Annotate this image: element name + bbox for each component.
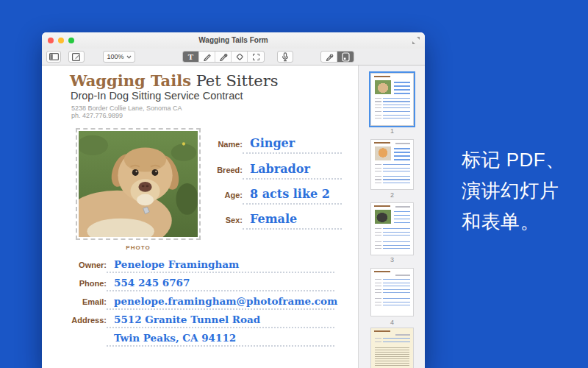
minimize-button[interactable]: [58, 38, 64, 43]
microphone-button[interactable]: [277, 51, 293, 63]
business-phone: ph. 427.776.9899: [71, 112, 123, 119]
brand-name: Wagging Tails: [70, 71, 191, 90]
annotation-tools: T: [182, 51, 265, 63]
pen-icon: [219, 52, 228, 61]
page-number-2: 2: [359, 191, 425, 199]
photo-label: PHOTO: [76, 244, 201, 251]
view-tools: [320, 51, 354, 63]
field-label: Email:: [62, 297, 107, 306]
app-window: Wagging Tails Form 100%: [42, 32, 425, 368]
business-address: 5238 Border Collie Lane, Sonoma CA: [71, 105, 182, 112]
sidebar-toggle-button[interactable]: [46, 51, 61, 63]
pen-tool-button[interactable]: [215, 52, 232, 62]
field-value[interactable]: Female: [243, 212, 342, 230]
field-address-line1[interactable]: Address: 5512 Granite Tunnel Road: [62, 314, 334, 328]
page-thumbnail-5[interactable]: [371, 328, 413, 368]
marker-icon: [325, 52, 334, 61]
pencil-tool-button[interactable]: [199, 52, 215, 62]
field-value[interactable]: 8 acts like 2: [243, 187, 342, 205]
zoom-dropdown[interactable]: 100%: [103, 51, 135, 63]
chevron-down-icon: [126, 55, 132, 59]
page-number-4: 4: [359, 319, 425, 326]
field-value[interactable]: Labrador: [243, 162, 342, 180]
field-sex[interactable]: Sex: Female: [198, 212, 342, 230]
field-name[interactable]: Name: Ginger: [198, 136, 342, 154]
pencil-icon: [203, 52, 212, 61]
traffic-lights: [48, 38, 74, 43]
zoom-level: 100%: [107, 53, 123, 60]
compose-icon: [72, 52, 81, 61]
field-age[interactable]: Age: 8 acts like 2: [198, 187, 342, 205]
field-value[interactable]: Twin Peaks, CA 94112: [107, 332, 334, 347]
microphone-icon: [282, 52, 289, 62]
brand-suffix: Pet Sitters: [191, 72, 279, 90]
caption-line-3: 和表单。: [462, 206, 565, 237]
selection-tool-button[interactable]: [248, 52, 264, 62]
marker-tool-button[interactable]: [321, 52, 337, 62]
caption-line-1: 标记 PDF、: [462, 144, 565, 175]
document-subtitle: Drop-In Dog Sitting Service Contract: [71, 90, 243, 102]
window-titlebar: Wagging Tails Form: [42, 32, 425, 49]
page-thumbnail-2[interactable]: [371, 140, 413, 189]
page-view-button[interactable]: [337, 52, 354, 62]
eraser-icon: [235, 52, 244, 61]
zoom-window-button[interactable]: [68, 38, 74, 43]
page-thumbnail-1[interactable]: [371, 74, 413, 125]
page-view-icon: [342, 52, 350, 62]
field-label: Phone:: [62, 279, 107, 288]
field-label: Age:: [198, 191, 243, 199]
field-label: Address:: [62, 316, 107, 325]
field-value[interactable]: Penelope Framingham: [107, 258, 334, 273]
dog-photo: [79, 131, 198, 237]
field-value[interactable]: Ginger: [243, 136, 342, 154]
field-value[interactable]: penelope.framingham@photoframe.com: [107, 295, 334, 310]
fullscreen-icon[interactable]: [412, 36, 420, 45]
page-thumbnail-4[interactable]: [371, 269, 413, 316]
toolbar: 100% T: [42, 49, 425, 66]
document-page[interactable]: Wagging Tails Pet Sitters Drop-In Dog Si…: [42, 66, 358, 368]
page-number-1: 1: [359, 127, 425, 135]
field-label: Sex:: [198, 216, 243, 224]
field-value[interactable]: 5512 Granite Tunnel Road: [107, 314, 334, 328]
caption-line-2: 演讲幻灯片: [462, 175, 565, 206]
close-button[interactable]: [48, 38, 54, 43]
field-value[interactable]: 554 245 6767: [107, 277, 334, 291]
document-brand-title: Wagging Tails Pet Sitters: [70, 71, 279, 90]
field-owner[interactable]: Owner: Penelope Framingham: [62, 258, 334, 273]
field-phone[interactable]: Phone: 554 245 6767: [62, 277, 334, 291]
marketing-caption: 标记 PDF、 演讲幻灯片 和表单。: [462, 144, 565, 237]
compose-button[interactable]: [68, 51, 85, 63]
sidebar-toggle-icon: [49, 53, 59, 60]
selection-icon: [253, 54, 259, 60]
field-breed[interactable]: Breed: Labrador: [198, 162, 342, 180]
text-tool-button[interactable]: T: [183, 52, 199, 62]
field-label: Breed:: [198, 166, 243, 174]
window-title: Wagging Tails Form: [42, 32, 425, 49]
text-tool-icon: T: [188, 52, 193, 61]
thumbnail-sidebar: 1 2: [358, 66, 425, 368]
page-thumbnail-3[interactable]: [371, 203, 413, 255]
field-label: Owner:: [62, 261, 107, 269]
field-email[interactable]: Email: penelope.framingham@photoframe.co…: [62, 295, 334, 310]
field-address-line2[interactable]: Twin Peaks, CA 94112: [62, 332, 334, 347]
eraser-tool-button[interactable]: [232, 52, 248, 62]
page-number-3: 3: [359, 256, 425, 263]
field-label: Name:: [198, 140, 243, 149]
pet-photo-frame[interactable]: [76, 128, 201, 240]
